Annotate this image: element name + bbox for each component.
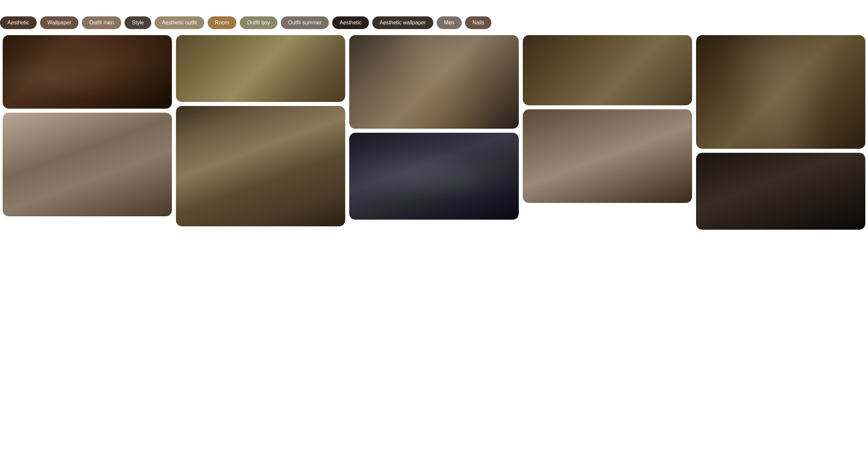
image-col2-img2	[176, 106, 345, 226]
card-col4-img2[interactable]	[523, 109, 692, 203]
masonry-col-1	[3, 35, 172, 230]
pill-aesthetic2[interactable]: Aesthetic	[332, 17, 369, 29]
image-col4-img2	[523, 109, 692, 203]
card-col2-img1[interactable]	[176, 35, 345, 102]
pill-outfit-men[interactable]: Outfit men	[82, 17, 121, 29]
card-col4-img1[interactable]	[523, 35, 692, 105]
image-col3-img2	[349, 133, 519, 220]
masonry-col-2	[176, 35, 345, 230]
pill-room[interactable]: Room	[208, 17, 237, 29]
card-col3-img1[interactable]	[349, 35, 519, 129]
image-col4-img1	[523, 35, 692, 105]
pill-nails[interactable]: Nails	[465, 17, 492, 29]
pill-outfit-summer[interactable]: Outfit summer	[281, 17, 329, 29]
card-col3-img2[interactable]	[349, 133, 519, 220]
card-col5-img2[interactable]	[696, 153, 865, 230]
pill-outfit-boy[interactable]: Outfit boy	[240, 17, 277, 29]
pill-aesthetic1[interactable]: Aesthetic	[0, 17, 37, 29]
pill-style[interactable]: Style	[125, 17, 151, 29]
image-col2-img1	[176, 35, 345, 102]
card-col5-img1[interactable]	[696, 35, 865, 149]
image-col5-img2	[696, 153, 865, 230]
masonry-col-5	[696, 35, 865, 230]
image-col1-img2	[3, 113, 172, 216]
card-col1-img1[interactable]	[3, 35, 172, 109]
pill-aesthetic-outfit[interactable]: Aesthetic outfit	[155, 17, 204, 29]
masonry-col-3	[349, 35, 519, 230]
image-col5-img1	[696, 35, 865, 149]
image-col3-img1	[349, 35, 519, 129]
card-col2-img2[interactable]	[176, 106, 345, 226]
masonry-col-4	[523, 35, 692, 230]
pills-container: AestheticWallpaperOutfit menStyleAesthet…	[0, 10, 868, 35]
masonry-grid	[0, 35, 868, 230]
tabs-container	[0, 0, 868, 10]
pill-wallpaper[interactable]: Wallpaper	[40, 17, 79, 29]
pill-aesthetic-wallpaper[interactable]: Aesthetic wallpaper	[372, 17, 433, 29]
image-col1-img1	[3, 35, 172, 109]
card-col1-img2[interactable]	[3, 113, 172, 216]
pill-men[interactable]: Men	[437, 17, 462, 29]
